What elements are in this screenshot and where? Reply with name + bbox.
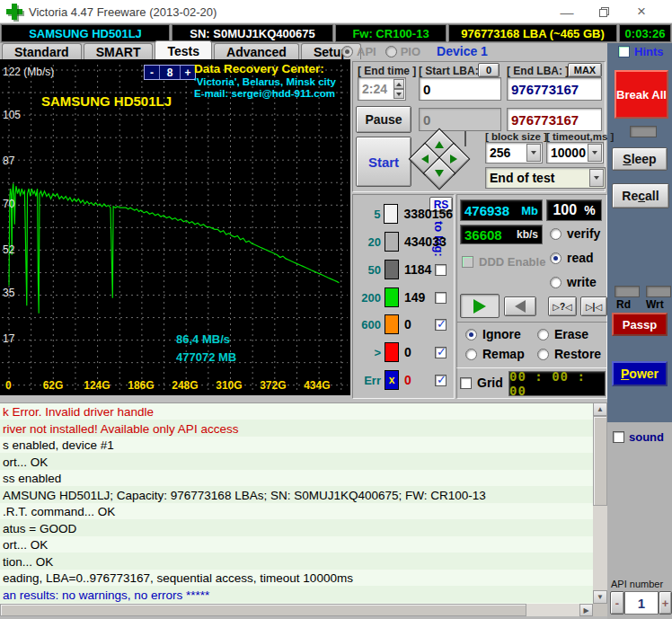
ddd-enable-checkbox[interactable] xyxy=(462,256,473,268)
restore-radio[interactable] xyxy=(537,349,549,360)
x-axis-tick: 372G xyxy=(260,379,286,392)
end-lba-max-button[interactable]: MAX xyxy=(568,63,602,77)
play-backward-button[interactable] xyxy=(504,296,536,316)
zoom-in-button[interactable]: + xyxy=(180,66,195,79)
start-lba-reset-button[interactable]: 0 xyxy=(478,63,500,77)
legend-row-600: 600 0 xyxy=(354,314,453,335)
block-size-select[interactable]: 256 xyxy=(485,142,543,164)
end-action-select[interactable]: End of test xyxy=(485,167,606,189)
restore-button[interactable] xyxy=(588,0,619,23)
log-line: an results: no warnings, no errors ***** xyxy=(3,588,593,605)
x-axis-tick: 124G xyxy=(84,379,110,392)
hints-checkbox[interactable] xyxy=(618,46,630,57)
tab-standard[interactable]: Standard xyxy=(2,43,82,59)
tab-advanced[interactable]: Advanced xyxy=(214,43,299,59)
play-forward-button[interactable] xyxy=(460,294,500,318)
sleep-button[interactable]: Sleep xyxy=(612,147,668,171)
log-line: ort... OK xyxy=(3,538,593,555)
scroll-up-arrow[interactable]: ▲ xyxy=(593,402,607,416)
left-arrow-icon xyxy=(421,155,429,164)
ignore-radio[interactable] xyxy=(465,329,477,340)
back-icon xyxy=(515,300,526,313)
mode-verify-option[interactable]: verify xyxy=(550,226,600,241)
tab-tests[interactable]: Tests xyxy=(155,40,212,59)
remap-radio[interactable] xyxy=(465,349,477,360)
ddd-enable-label: DDD Enable xyxy=(479,255,545,269)
log-50ms-checkbox[interactable] xyxy=(435,264,447,276)
play-icon xyxy=(473,299,486,314)
scan-question-button[interactable]: ▷?◁ xyxy=(548,296,577,316)
x-axis-tick: 186G xyxy=(128,379,154,392)
log-200ms-checkbox[interactable] xyxy=(435,292,447,304)
graph-drive-title: SAMSUNG HD501LJ xyxy=(41,93,172,109)
api-number-decrement[interactable]: - xyxy=(610,591,624,615)
sound-label: sound xyxy=(629,430,664,444)
api-radio-label: API xyxy=(357,45,376,58)
title-bar: Victoria 4.47 Freeware (2013-02-20) — × xyxy=(0,0,672,23)
zoom-level-value: 8 xyxy=(160,66,180,79)
ddd-enable-toggle[interactable]: DDD Enable xyxy=(462,255,545,269)
dropdown-arrow-icon[interactable] xyxy=(526,144,541,162)
banner-subtitle: 'Victoria', Belarus, Minsk city xyxy=(194,76,336,87)
log-area[interactable]: k Error. Invalid driver handleriver not … xyxy=(0,402,593,604)
graph: 122 (Mb/s)1058770523517062G124G186G248G3… xyxy=(0,59,350,395)
close-button[interactable]: × xyxy=(626,0,657,23)
hints-toggle[interactable]: Hints xyxy=(618,45,664,58)
swatch-600ms xyxy=(385,314,399,334)
swatch-50ms xyxy=(385,260,399,279)
log-600ms-checkbox[interactable] xyxy=(435,319,447,331)
verify-radio[interactable] xyxy=(550,228,561,240)
grid-toggle[interactable]: Grid xyxy=(460,376,503,390)
sound-checkbox[interactable] xyxy=(613,431,624,443)
grid-label: Grid xyxy=(477,376,503,390)
end-lba-display: 976773167 xyxy=(507,108,602,131)
end-time-field[interactable]: 2:24 xyxy=(358,77,406,101)
password-button[interactable]: Passp xyxy=(612,313,668,336)
mode-write-option[interactable]: write xyxy=(550,275,597,289)
zoom-out-button[interactable]: - xyxy=(145,66,160,79)
dropdown-arrow-icon[interactable] xyxy=(589,169,604,187)
break-all-button[interactable]: Break All xyxy=(615,70,668,119)
read-radio[interactable] xyxy=(550,252,561,264)
percent-display: 100 % xyxy=(546,199,602,221)
end-time-spinner[interactable] xyxy=(393,79,404,99)
log-over-checkbox[interactable] xyxy=(435,347,447,358)
timeout-select[interactable]: 10000 xyxy=(546,142,604,164)
scroll-right-arrow[interactable]: ▶ xyxy=(579,604,593,616)
recall-button[interactable]: Recall xyxy=(612,183,669,208)
log-line: tion... OK xyxy=(3,555,593,572)
api-number-value[interactable]: 1 xyxy=(624,591,659,615)
start-lba-input[interactable]: 0 xyxy=(419,77,501,101)
minimize-button[interactable]: — xyxy=(552,0,582,23)
pio-radio[interactable] xyxy=(385,46,397,57)
power-button[interactable]: Power xyxy=(612,361,668,386)
jump-to-end-button[interactable]: ▷|◁ xyxy=(580,296,607,316)
mode-read-option[interactable]: read xyxy=(550,251,594,265)
end-lba-input[interactable]: 976773167 xyxy=(507,77,602,101)
grid-checkbox[interactable] xyxy=(460,377,472,389)
defect-remap-option[interactable]: Remap xyxy=(465,347,525,361)
tab-bar: Standard SMART Tests Advanced Setup xyxy=(2,43,363,59)
horizontal-scroll-thumb[interactable] xyxy=(0,604,526,616)
defect-restore-option[interactable]: Restore xyxy=(537,347,601,361)
write-radio[interactable] xyxy=(550,277,561,288)
seek-option-checkbox[interactable] xyxy=(464,131,466,146)
x-axis-tick: 248G xyxy=(172,379,198,392)
api-number-increment[interactable]: + xyxy=(659,591,672,615)
start-button[interactable]: Start xyxy=(356,137,411,187)
defect-erase-option[interactable]: Erase xyxy=(537,327,588,341)
pause-button[interactable]: Pause xyxy=(356,106,411,133)
vertical-scroll-thumb[interactable] xyxy=(593,416,607,506)
log-err-checkbox[interactable] xyxy=(435,375,447,386)
api-radio[interactable] xyxy=(341,46,353,57)
write-led xyxy=(646,286,671,297)
dropdown-arrow-icon[interactable] xyxy=(588,144,602,162)
timeout-label: [ timeout,ms ] xyxy=(546,131,614,142)
defect-ignore-option[interactable]: Ignore xyxy=(465,327,521,341)
sound-toggle[interactable]: sound xyxy=(613,430,664,444)
tab-smart[interactable]: SMART xyxy=(84,43,154,59)
scroll-down-arrow[interactable]: ▼ xyxy=(593,590,607,604)
graph-zoom-widget: - 8 + xyxy=(144,65,196,80)
right-arrow-icon xyxy=(450,155,457,164)
erase-radio[interactable] xyxy=(537,329,549,340)
